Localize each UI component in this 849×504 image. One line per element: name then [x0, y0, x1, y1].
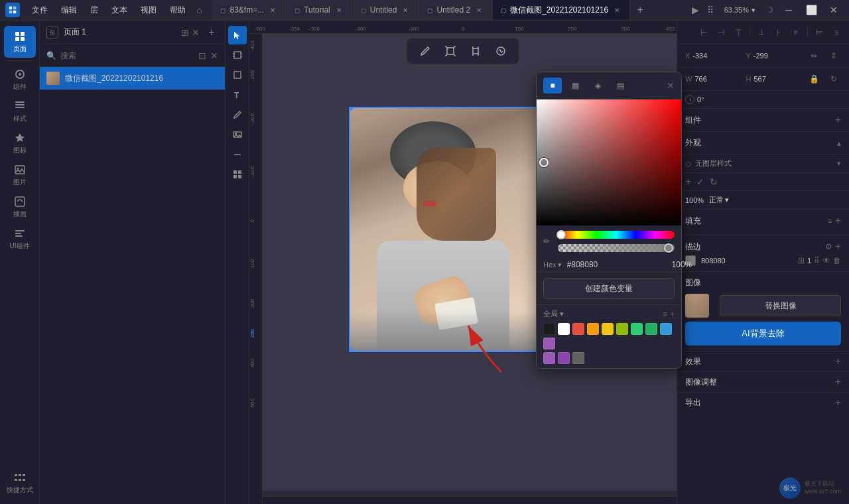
toolbar-pen[interactable]	[415, 42, 435, 60]
cp-gradient-area[interactable]	[537, 99, 681, 225]
cp-mode-pattern[interactable]: ▤	[611, 78, 629, 94]
tool-frame[interactable]	[228, 46, 247, 64]
cp-cursor[interactable]	[539, 158, 549, 167]
color-swatch-darkgreen[interactable]	[645, 323, 657, 335]
cp-opacity-value[interactable]: 100%	[672, 260, 692, 269]
tool-minus[interactable]	[228, 145, 247, 164]
color-swatch-gray[interactable]	[572, 352, 584, 364]
tab-add-button[interactable]: +	[631, 0, 649, 20]
align-right-icon[interactable]: ⊤	[731, 25, 746, 40]
cp-alpha-slider[interactable]	[558, 244, 675, 252]
stroke-options-icon[interactable]: ⚙	[825, 242, 832, 251]
panel-close-icon[interactable]: ✕	[192, 27, 200, 38]
theme-icon[interactable]: ☽	[763, 5, 776, 15]
cp-mode-gradient-radial[interactable]: ◈	[588, 78, 607, 94]
toolbar-crop[interactable]	[466, 42, 486, 60]
sidebar-item-ui[interactable]: UI组件	[4, 223, 36, 255]
color-swatch-white[interactable]	[558, 323, 570, 335]
search-close-icon[interactable]: ✕	[210, 50, 218, 61]
menu-item-layer[interactable]: 层	[85, 3, 103, 17]
tab-83fm[interactable]: ◻ 83&fm=... ✕	[212, 0, 286, 20]
canvas-scrollbar[interactable]	[263, 496, 677, 504]
play-icon[interactable]: ▶	[689, 5, 702, 15]
preset-add-icon[interactable]: +	[670, 310, 675, 319]
tab-weixin[interactable]: ◻ 微信截图_20221202101216 ✕	[493, 0, 630, 20]
tool-pen[interactable]	[228, 105, 247, 124]
tool-select[interactable]	[228, 26, 247, 44]
color-swatch-violet[interactable]	[543, 352, 555, 364]
replace-image-button[interactable]: 替换图像	[720, 295, 841, 316]
stroke-align-icon[interactable]: ⊞	[798, 256, 805, 265]
flip-h-icon[interactable]: ⇔	[807, 48, 821, 63]
cp-hue-handle[interactable]	[556, 230, 566, 239]
preset-list-icon[interactable]: ≡	[663, 310, 667, 319]
color-swatch-black[interactable]	[543, 323, 555, 335]
export-add-icon[interactable]: +	[835, 397, 841, 409]
apps-icon[interactable]: ⠿	[704, 5, 716, 15]
toolbar-transform[interactable]	[440, 42, 460, 60]
fill-add-icon[interactable]: +	[835, 215, 841, 227]
h-value[interactable]: 567	[753, 75, 765, 83]
cp-mode-solid[interactable]: ■	[543, 78, 562, 94]
image-adj-add-icon[interactable]: +	[835, 376, 841, 388]
tool-grid[interactable]	[228, 165, 247, 184]
cp-close-icon[interactable]: ✕	[667, 80, 675, 91]
resize-handle-bl[interactable]	[349, 348, 353, 352]
section-component[interactable]: 组件 +	[677, 109, 849, 132]
toolbar-effects[interactable]	[491, 42, 511, 60]
x-value[interactable]: -334	[692, 52, 707, 60]
layer-item-weixin[interactable]: 微信截图_20221202101216	[40, 67, 225, 90]
sidebar-item-components[interactable]: 组件	[4, 64, 36, 95]
align-bottom-icon[interactable]: ⊧	[789, 25, 803, 40]
search-options-icon[interactable]: ⊡	[198, 50, 206, 61]
stroke-type-icon[interactable]: ⠿	[814, 256, 820, 265]
tool-rect[interactable]	[228, 66, 247, 84]
cp-mode-gradient-linear[interactable]: ▦	[566, 78, 584, 94]
menu-item-help[interactable]: 帮助	[164, 3, 191, 17]
tab-close-weixin[interactable]: ✕	[612, 5, 621, 15]
blend-mode-dropdown[interactable]: 正常 ▾	[709, 195, 729, 205]
tab-close-untitled2[interactable]: ✕	[474, 5, 484, 15]
search-input[interactable]	[60, 51, 194, 60]
color-swatch-darkviolet[interactable]	[558, 352, 570, 364]
zoom-indicator[interactable]: 63.35% ▾	[719, 6, 761, 15]
color-swatch-lime[interactable]	[616, 323, 628, 335]
app-icon[interactable]	[5, 3, 20, 17]
distribute-v-icon[interactable]: ≡	[829, 25, 844, 40]
add-page-button[interactable]: +	[205, 26, 218, 39]
color-swatch-blue[interactable]	[660, 323, 672, 335]
menu-item-view[interactable]: 视图	[135, 3, 162, 17]
stroke-delete-icon[interactable]: 🗑	[833, 256, 841, 265]
color-swatch-red[interactable]	[572, 323, 584, 335]
ai-remove-button[interactable]: AI背景去除	[685, 322, 841, 346]
color-swatch-orange[interactable]	[587, 323, 599, 335]
tool-text[interactable]: T	[228, 86, 247, 104]
effects-add-icon[interactable]: +	[835, 355, 841, 367]
maximize-button[interactable]: ⬜	[801, 1, 821, 19]
panel-options-icon[interactable]: ⊞	[181, 27, 189, 38]
distribute-h-icon[interactable]: ⊨	[812, 25, 826, 40]
tab-close-tutorial[interactable]: ✕	[334, 5, 344, 15]
home-icon[interactable]: ⌂	[194, 5, 204, 15]
opacity-value[interactable]: 100%	[685, 196, 704, 204]
y-value[interactable]: -299	[753, 52, 768, 60]
tab-untitled2[interactable]: ◻ Untitled 2 ✕	[419, 0, 492, 20]
cp-hex-input[interactable]	[567, 260, 667, 269]
color-swatch-green[interactable]	[631, 323, 643, 335]
section-appearance[interactable]: 外观 ▴	[677, 132, 849, 155]
sidebar-item-illustrations[interactable]: 插画	[4, 191, 36, 223]
align-center-v-icon[interactable]: ⊦	[771, 25, 786, 40]
sidebar-item-shortcuts[interactable]: 快捷方式	[4, 467, 36, 499]
cp-alpha-handle[interactable]	[664, 243, 673, 253]
layer-style-check-icon[interactable]: ✓	[696, 176, 704, 187]
sidebar-item-images[interactable]: 图片	[4, 159, 36, 191]
appearance-toggle-icon[interactable]: ▴	[837, 139, 841, 148]
menu-item-text[interactable]: 文本	[106, 3, 133, 17]
reset-size-icon[interactable]: ↻	[826, 72, 841, 86]
color-swatch-purple[interactable]	[543, 338, 555, 349]
tool-image[interactable]	[228, 125, 247, 144]
layer-style-dropdown-icon[interactable]: ▾	[837, 159, 841, 168]
menu-item-edit[interactable]: 编辑	[56, 3, 82, 17]
angle-value[interactable]: 0°	[697, 95, 704, 103]
align-left-icon[interactable]: ⊢	[696, 25, 711, 40]
